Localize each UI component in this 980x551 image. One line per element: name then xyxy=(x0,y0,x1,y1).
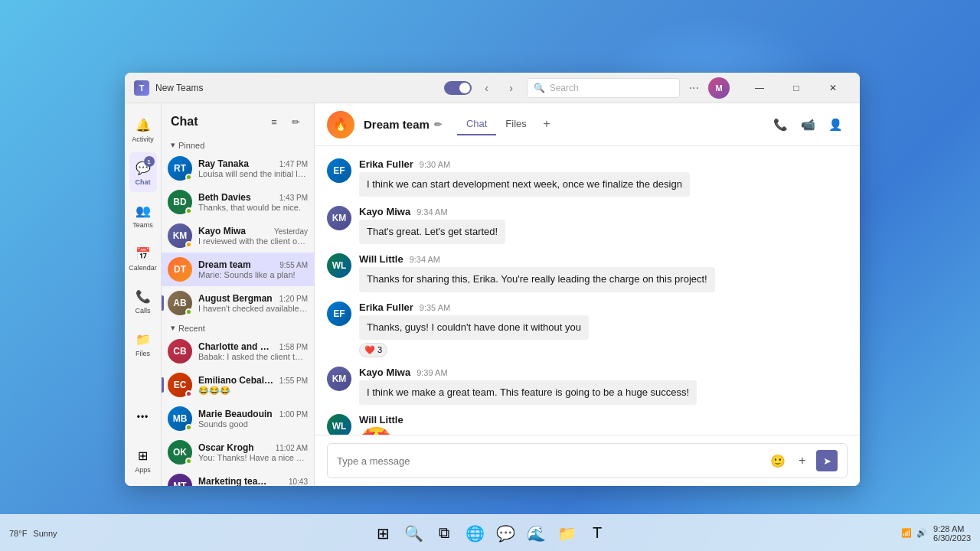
msg-avatar: EF xyxy=(327,158,351,183)
send-button[interactable]: ➤ xyxy=(816,450,838,471)
tab-files[interactable]: Files xyxy=(496,113,535,135)
group-name-title: Dream team ✏ xyxy=(364,118,442,131)
msg-sender: Erika Fuller xyxy=(359,158,413,170)
chat-item-preview: You: Thanks! Have a nice day, I... xyxy=(198,453,308,462)
chat-avatar: KM xyxy=(168,223,192,248)
input-actions: 🙂 + ➤ xyxy=(767,450,838,471)
search-taskbar[interactable]: 🔍 xyxy=(400,520,427,547)
chat-item[interactable]: MT Marketing team sync 10:43 I think Bab… xyxy=(162,469,314,486)
messages-area: EF Erika Fuller 9:30 AM I think we can s… xyxy=(315,146,860,435)
reaction-badge[interactable]: ❤️ 3 xyxy=(359,343,387,357)
minimize-button[interactable]: — xyxy=(742,77,777,99)
chat-item[interactable]: CB Charlotte and Babak 1:58 PM Babak: I … xyxy=(162,334,314,368)
edit-group-name-icon[interactable]: ✏ xyxy=(434,119,442,130)
widgets-button[interactable]: 🌐 xyxy=(461,520,488,547)
chat-icon: 💬 1 xyxy=(134,158,152,177)
nav-back[interactable]: ‹ xyxy=(478,79,496,97)
msg-bubble: I think we make a great team. This featu… xyxy=(359,380,697,405)
chat-header-actions: ≡ ✏ xyxy=(265,112,305,131)
taskview-button[interactable]: ⧉ xyxy=(430,520,458,547)
taskbar-center: ⊞ 🔍 ⧉ 🌐 💬 🌊 📁 T xyxy=(369,520,611,547)
calendar-label: Calendar xyxy=(129,264,157,272)
nav-forward[interactable]: › xyxy=(502,79,521,97)
roster-button[interactable]: 👤 xyxy=(823,112,848,137)
message-group: KM Kayo Miwa 9:39 AM I think we make a g… xyxy=(327,367,848,405)
chat-item[interactable]: RT Ray Tanaka 1:47 PM Louisa will send t… xyxy=(162,152,314,185)
chat-item[interactable]: DT Dream team 9:55 AM Marie: Sounds like… xyxy=(162,253,314,286)
message-group: EF Erika Fuller 9:30 AM I think we can s… xyxy=(327,158,848,197)
message-group: EF Erika Fuller 9:35 AM Thanks, guys! I … xyxy=(327,302,848,357)
chat-list-panel: Chat ≡ ✏ ▾ Pinned RT Ray Tanaka xyxy=(162,103,315,486)
sidebar-item-calls[interactable]: 📞 Calls xyxy=(129,281,157,321)
audio-call-button[interactable]: 📞 xyxy=(768,112,792,137)
chat-item[interactable]: EC Emiliano Ceballos 1:55 PM 😂😂😂 xyxy=(162,368,314,402)
chat-avatar: OK xyxy=(168,440,192,465)
calendar-icon: 📅 xyxy=(134,244,152,262)
file-explorer[interactable]: 📁 xyxy=(553,520,580,547)
edge-browser[interactable]: 🌊 xyxy=(522,520,550,547)
message-input[interactable] xyxy=(337,455,761,467)
chat-item-time: 11:02 AM xyxy=(276,444,308,452)
chat-tabs: Chat Files + xyxy=(457,113,557,135)
chat-item[interactable]: AB August Bergman 1:20 PM I haven't chec… xyxy=(162,286,314,320)
maximize-button[interactable]: □ xyxy=(779,77,814,99)
weather-desc: Sunny xyxy=(33,529,57,538)
compose-button[interactable]: ✏ xyxy=(286,112,305,131)
chat-item[interactable]: KM Kayo Miwa Yesterday I reviewed with t… xyxy=(162,219,314,253)
start-button[interactable]: ⊞ xyxy=(369,520,397,547)
add-tab-button[interactable]: + xyxy=(536,113,557,135)
msg-avatar: KM xyxy=(327,367,351,391)
sidebar-item-teams[interactable]: 👥 Teams xyxy=(129,195,157,235)
more-icon: ••• xyxy=(134,408,152,426)
filter-button[interactable]: ≡ xyxy=(265,112,283,131)
theme-toggle[interactable] xyxy=(444,81,472,95)
message-group: KM Kayo Miwa 9:34 AM That's great. Let's… xyxy=(327,206,848,244)
taskbar-left: 78°F Sunny xyxy=(0,529,57,538)
chat-item[interactable]: OK Oscar Krogh 11:02 AM You: Thanks! Hav… xyxy=(162,435,314,469)
sidebar-nav: 🔔 Activity 💬 1 Chat 👥 Teams 📅 Calendar 📞 xyxy=(125,103,162,486)
message-input-box: 🙂 + ➤ xyxy=(327,443,848,478)
chat-item-name: Charlotte and Babak xyxy=(198,341,275,352)
more-options[interactable]: ··· xyxy=(686,81,702,95)
sidebar-item-files[interactable]: 📁 Files xyxy=(129,324,157,364)
toggle-knob xyxy=(459,83,470,93)
chat-item-time: 10:43 xyxy=(289,478,308,486)
user-avatar[interactable]: M xyxy=(708,77,730,99)
chat-avatar: CB xyxy=(168,339,192,364)
teams-app[interactable]: T xyxy=(583,520,611,547)
emoji-button[interactable]: 🙂 xyxy=(767,450,789,471)
chat-item-time: Yesterday xyxy=(274,227,308,236)
sidebar-item-chat[interactable]: 💬 1 Chat xyxy=(129,152,157,192)
chat-item[interactable]: BD Beth Davies 1:43 PM Thanks, that woul… xyxy=(162,185,314,219)
chat-taskbar[interactable]: 💬 xyxy=(492,520,519,547)
sidebar-item-calendar[interactable]: 📅 Calendar xyxy=(129,238,157,278)
msg-sender: Kayo Miwa xyxy=(359,206,410,217)
msg-reactions: ❤️ 3 xyxy=(359,343,848,357)
tab-chat[interactable]: Chat xyxy=(457,113,496,135)
close-button[interactable]: ✕ xyxy=(815,77,851,99)
chat-main-header: 🔥 Dream team ✏ Chat Files + 📞 📹 👤 xyxy=(315,103,860,146)
chat-item[interactable]: MB Marie Beaudouin 1:00 PM Sounds good xyxy=(162,402,314,435)
search-box[interactable]: 🔍 Search xyxy=(527,78,680,98)
sidebar-item-more[interactable]: ••• xyxy=(129,397,157,437)
msg-avatar: EF xyxy=(327,302,351,326)
msg-time: 9:39 AM xyxy=(416,368,447,377)
sidebar-item-apps[interactable]: ⊞ Apps xyxy=(129,440,157,480)
chat-avatar: EC xyxy=(168,373,192,397)
video-call-button[interactable]: 📹 xyxy=(795,112,820,137)
chat-item-preview: Thanks, that would be nice. xyxy=(198,203,308,212)
chat-item-name: Marie Beaudouin xyxy=(198,409,273,419)
chat-item-info: Dream team 9:55 AM Marie: Sounds like a … xyxy=(198,259,308,279)
sidebar-item-activity[interactable]: 🔔 Activity xyxy=(129,109,157,149)
attach-button[interactable]: + xyxy=(792,450,813,471)
chat-item-time: 1:43 PM xyxy=(279,194,308,202)
msg-time: 9:35 AM xyxy=(420,303,450,312)
msg-avatar: WL xyxy=(327,414,351,435)
taskbar-right: 📶 🔊 9:28 AM 6/30/2023 xyxy=(901,524,980,543)
files-label: Files xyxy=(136,350,150,357)
chat-item-name: August Bergman xyxy=(198,293,273,304)
chat-item-preview: I haven't checked available time... xyxy=(198,304,308,313)
msg-content: Will Little 🤩 xyxy=(359,414,848,435)
chat-item-name: Beth Davies xyxy=(198,192,251,203)
chat-avatar: AB xyxy=(168,291,192,315)
